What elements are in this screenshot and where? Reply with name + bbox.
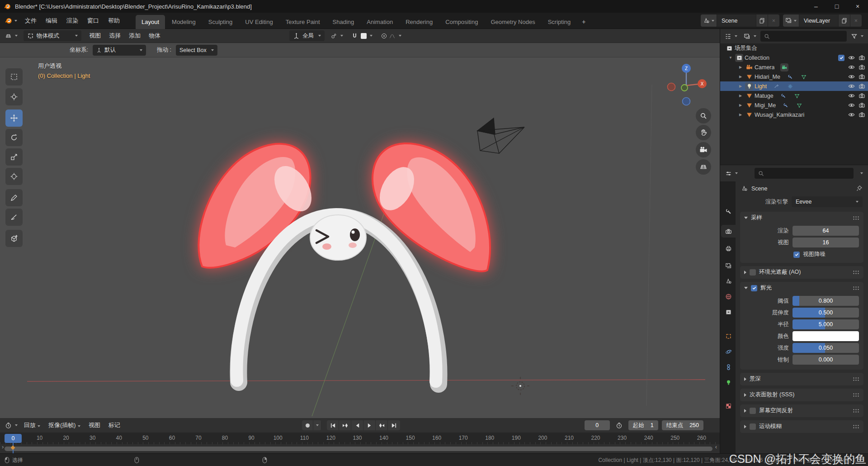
panel-header-景深[interactable]: 景深	[740, 373, 863, 385]
close-button[interactable]: ×	[847, 0, 868, 13]
timeline-menu-抠像(插帧)[interactable]: 抠像(插帧)	[44, 419, 85, 431]
menu-编辑[interactable]: 编辑	[42, 15, 61, 27]
properties-tab-object-data[interactable]	[721, 376, 736, 389]
end-frame-field[interactable]: 结束点250	[662, 420, 703, 430]
tool-rotate-button[interactable]	[5, 129, 23, 146]
outliner-row-Hidari_Me[interactable]: ▶Hidari_Me	[720, 72, 868, 81]
outliner-editor-type-button[interactable]	[722, 31, 740, 42]
current-frame-field[interactable]: 0	[585, 420, 610, 430]
editor-type-button[interactable]	[3, 30, 20, 41]
properties-tab-object[interactable]	[721, 330, 736, 342]
new-scene-button[interactable]	[756, 14, 768, 27]
tool-select-box-button[interactable]	[5, 68, 23, 86]
render-engine-dropdown[interactable]: Eevee	[792, 196, 863, 207]
properties-tab-world[interactable]	[721, 290, 736, 303]
sampling-视图-field[interactable]: 16	[793, 238, 859, 247]
properties-tab-render[interactable]	[721, 225, 736, 238]
expand-arrow-icon[interactable]: ▶	[737, 103, 744, 107]
properties-tab-scene[interactable]	[721, 275, 736, 287]
timeline-menu-标记[interactable]: 标记	[104, 419, 124, 431]
outliner-row-Light[interactable]: ▶Light	[720, 81, 868, 91]
camera-view-button[interactable]	[696, 142, 711, 157]
bloom-屈伸度-field[interactable]: 0.500	[793, 308, 859, 318]
ao-panel-header[interactable]: 环境光遮蔽 (AO)	[740, 266, 863, 278]
tool-scale-button[interactable]	[5, 148, 23, 166]
tool-add-cube-button[interactable]	[5, 230, 23, 247]
section-checkbox[interactable]	[750, 423, 756, 430]
outliner-row-Matuge[interactable]: ▶Matuge	[720, 91, 868, 100]
timeline-editor-type-button[interactable]	[3, 420, 20, 431]
navigation-gizmo[interactable]: Z X	[661, 60, 712, 111]
expand-arrow-icon[interactable]: ▶	[737, 65, 744, 69]
viewport-menu-物体[interactable]: 物体	[145, 30, 165, 42]
bloom-钳制-field[interactable]: 0.000	[793, 355, 859, 365]
transform-orientation-dropdown[interactable]: 全局	[289, 30, 325, 41]
light-object[interactable]	[511, 377, 529, 395]
previous-keyframe-button[interactable]	[339, 420, 351, 430]
bloom-panel-header[interactable]: 辉光	[740, 282, 863, 294]
snap-toggle[interactable]	[349, 30, 375, 41]
viewlayer-browse-button[interactable]	[783, 14, 799, 27]
tool-annotate-button[interactable]	[5, 189, 23, 206]
collapse-right-icon[interactable]: ‹	[715, 443, 717, 450]
mode-dropdown[interactable]: 物体模式	[24, 30, 81, 41]
section-checkbox[interactable]	[750, 408, 756, 414]
grip-icon[interactable]	[853, 377, 859, 381]
sampling-panel-header[interactable]: 采样	[740, 212, 863, 224]
grip-icon[interactable]	[853, 286, 859, 290]
expand-left-icon[interactable]: ›	[2, 443, 4, 450]
bloom-checkbox[interactable]	[751, 285, 757, 291]
jump-to-end-button[interactable]	[388, 420, 400, 430]
outliner-row-Collection[interactable]: ▼Collection	[720, 53, 868, 62]
hide-in-viewport-toggle[interactable]	[848, 73, 855, 80]
properties-tab-constraints[interactable]	[721, 361, 736, 373]
disable-in-renders-toggle[interactable]	[859, 83, 865, 90]
denoise-checkbox[interactable]	[793, 252, 800, 258]
bunny-face[interactable]	[310, 215, 366, 260]
outliner-search-input[interactable]	[760, 31, 847, 42]
bloom-阈值-field[interactable]: 0.800	[793, 296, 859, 306]
disable-in-renders-toggle[interactable]	[859, 102, 865, 109]
properties-tab-view-layer[interactable]	[721, 259, 736, 272]
grip-icon[interactable]	[853, 393, 859, 397]
scene-browse-button[interactable]	[701, 14, 717, 27]
panel-header-屏幕空间反射[interactable]: 屏幕空间反射	[740, 404, 863, 417]
hide-in-viewport-toggle[interactable]	[848, 54, 855, 61]
timeline-ruler[interactable]: 0102030405060708090100110120130140150160…	[0, 433, 720, 444]
properties-tab-collection[interactable]	[721, 305, 736, 318]
outliner-row-Wusagi_Kamikazari[interactable]: ▶Wusagi_Kamikazari	[720, 110, 868, 119]
play-reverse-button[interactable]	[351, 420, 363, 430]
remove-viewlayer-button[interactable]: ×	[850, 14, 862, 27]
neg-x-axis-ball[interactable]	[668, 83, 675, 91]
tool-transform-button[interactable]	[5, 168, 23, 185]
properties-tab-output[interactable]	[721, 242, 736, 255]
menu-窗口[interactable]: 窗口	[83, 15, 103, 27]
grip-icon[interactable]	[853, 424, 859, 428]
expand-arrow-icon[interactable]: ▶	[737, 94, 744, 98]
y-axis-ball[interactable]	[681, 85, 688, 91]
workspace-tab-modeling[interactable]: Modeling	[166, 15, 202, 29]
properties-tab-texture[interactable]	[721, 399, 736, 412]
viewport-menu-添加[interactable]: 添加	[125, 30, 145, 42]
use-preview-range-button[interactable]	[613, 420, 625, 431]
disable-in-renders-toggle[interactable]	[859, 111, 865, 118]
grip-icon[interactable]	[853, 409, 859, 413]
expand-arrow-icon[interactable]: ▶	[737, 75, 744, 79]
next-keyframe-button[interactable]	[376, 420, 388, 430]
tool-move-button[interactable]	[5, 109, 23, 127]
timeline-menu-视图[interactable]: 视图	[85, 419, 104, 431]
disable-in-renders-toggle[interactable]	[859, 54, 865, 61]
properties-tab-physics[interactable]	[721, 345, 736, 358]
workspace-tab-rendering[interactable]: Rendering	[400, 15, 439, 29]
pan-button[interactable]	[696, 125, 711, 140]
hide-in-viewport-toggle[interactable]	[848, 111, 855, 118]
disable-in-renders-toggle[interactable]	[859, 92, 865, 99]
menu-文件[interactable]: 文件	[21, 15, 41, 27]
disable-in-renders-toggle[interactable]	[859, 64, 865, 71]
camera-object[interactable]	[477, 118, 524, 153]
menu-渲染[interactable]: 渲染	[62, 15, 82, 27]
unlink-scene-button[interactable]: ×	[768, 14, 779, 27]
workspace-tab-animation[interactable]: Animation	[361, 15, 399, 29]
pin-button[interactable]	[856, 185, 863, 192]
workspace-tab-layout[interactable]: Layout	[136, 15, 165, 29]
